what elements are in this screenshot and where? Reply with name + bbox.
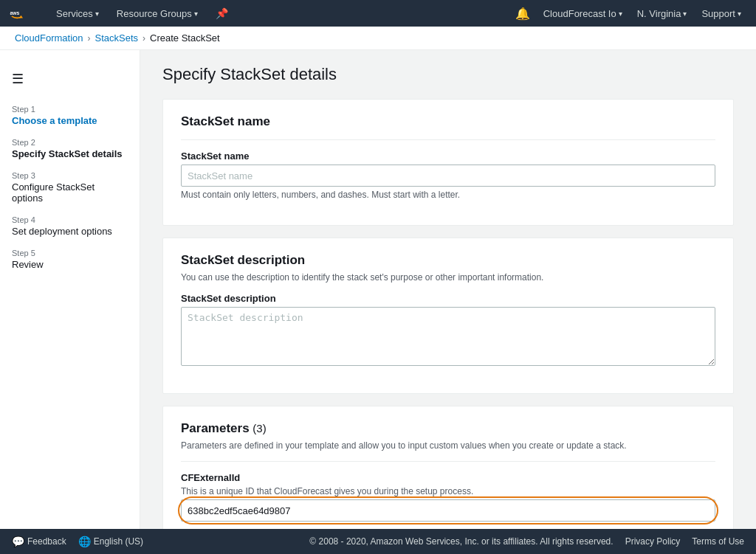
sidebar-step-4: Step 4 Set deployment options — [0, 210, 140, 243]
terms-of-use-link[interactable]: Terms of Use — [692, 536, 744, 547]
cf-external-id-wrapper — [181, 499, 715, 522]
services-menu[interactable]: Services ▾ — [50, 0, 105, 27]
breadcrumb: CloudFormation › StackSets › Create Stac… — [0, 27, 756, 50]
parameters-desc: Parameters are defined in your template … — [181, 440, 715, 451]
stackset-description-card: StackSet description You can use the des… — [162, 238, 734, 394]
support-menu[interactable]: Support ▾ — [695, 0, 747, 27]
parameters-card-title: Parameters (3) — [181, 421, 715, 436]
region-menu[interactable]: N. Virginia ▾ — [631, 0, 693, 27]
stackset-description-input[interactable] — [181, 307, 715, 366]
stackset-name-label: StackSet name — [181, 150, 715, 162]
stackset-description-card-desc: You can use the description to identify … — [181, 272, 715, 283]
sidebar-step-4-label: Set deployment options — [12, 226, 128, 237]
sidebar-toggle[interactable]: ☰ — [0, 65, 140, 93]
sidebar-step-5: Step 5 Review — [0, 243, 140, 276]
stackset-name-hint: Must contain only letters, numbers, and … — [181, 190, 715, 200]
user-menu[interactable]: CloudForecast Io ▾ — [537, 0, 628, 27]
bottom-bar: 💬 Feedback 🌐 English (US) © 2008 - 2020,… — [0, 529, 756, 554]
breadcrumb-stacksets[interactable]: StackSets — [95, 32, 139, 44]
breadcrumb-sep-1: › — [88, 33, 91, 44]
sidebar-step-1: Step 1 Choose a template — [0, 99, 140, 132]
resource-groups-chevron-icon: ▾ — [194, 10, 198, 18]
svg-text:aws: aws — [10, 10, 19, 15]
sidebar-step-1-label[interactable]: Choose a template — [12, 115, 128, 126]
notifications-bell-icon[interactable]: 🔔 — [515, 7, 530, 21]
cf-external-id-sublabel: This is a unique ID that CloudForecast g… — [181, 486, 715, 496]
user-chevron-icon: ▾ — [619, 10, 622, 18]
support-chevron-icon: ▾ — [738, 10, 741, 18]
breadcrumb-current: Create StackSet — [150, 32, 220, 44]
parameters-count: (3) — [252, 422, 266, 434]
sidebar-step-5-label: Review — [12, 259, 128, 270]
privacy-policy-link[interactable]: Privacy Policy — [625, 536, 681, 547]
top-navigation: aws Services ▾ Resource Groups ▾ 📌 🔔 Clo… — [0, 0, 756, 27]
sidebar-step-3: Step 3 Configure StackSet options — [0, 165, 140, 210]
feedback-button[interactable]: 💬 Feedback — [12, 536, 66, 547]
main-content: Specify StackSet details StackSet name S… — [140, 50, 756, 554]
stackset-description-card-title: StackSet description — [181, 253, 715, 268]
breadcrumb-cloudformation[interactable]: CloudFormation — [15, 32, 83, 44]
stackset-name-card: StackSet name StackSet name Must contain… — [162, 99, 734, 226]
aws-logo[interactable]: aws — [9, 5, 37, 21]
stackset-description-label: StackSet description — [181, 293, 715, 304]
sidebar-step-2: Step 2 Specify StackSet details — [0, 132, 140, 165]
breadcrumb-sep-2: › — [142, 33, 145, 44]
feedback-chat-icon: 💬 — [12, 536, 24, 547]
sidebar-step-3-label: Configure StackSet options — [12, 181, 128, 204]
pin-icon[interactable]: 📌 — [210, 0, 234, 27]
svg-marker-1 — [19, 15, 23, 18]
sidebar-step-2-label: Specify StackSet details — [12, 148, 128, 159]
stackset-name-input[interactable] — [181, 165, 715, 187]
cf-external-id-label: CFExternalId — [181, 472, 715, 483]
language-selector[interactable]: 🌐 English (US) — [78, 536, 143, 547]
region-chevron-icon: ▾ — [683, 10, 687, 18]
param-cf-external-id: CFExternalId This is a unique ID that Cl… — [181, 472, 715, 522]
services-chevron-icon: ▾ — [95, 10, 99, 18]
globe-icon: 🌐 — [78, 536, 91, 547]
page-title: Specify StackSet details — [162, 65, 734, 84]
stackset-name-card-title: StackSet name — [181, 114, 715, 129]
cf-external-id-input[interactable] — [181, 499, 715, 522]
resource-groups-menu[interactable]: Resource Groups ▾ — [111, 0, 204, 27]
sidebar: ☰ Step 1 Choose a template Step 2 Specif… — [0, 50, 140, 554]
